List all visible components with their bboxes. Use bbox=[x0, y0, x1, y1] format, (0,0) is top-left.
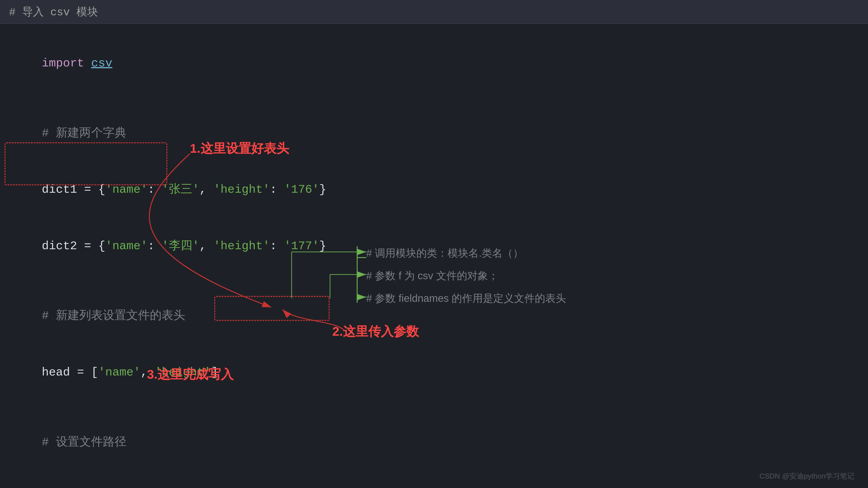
top-bar: # 导入 csv 模块 bbox=[0, 0, 868, 24]
watermark: CSDN @安迪python学习笔记 bbox=[760, 471, 855, 481]
dict2-line: dict2 = {'name': '李四', 'height': '177'} bbox=[13, 218, 855, 274]
top-bar-title: # 导入 csv 模块 bbox=[9, 6, 98, 19]
code-area: import csv # 新建两个字典 dict1 = {'name': '张三… bbox=[0, 24, 868, 488]
comment-dict-line: # 新建两个字典 bbox=[13, 105, 855, 162]
head-line: head = ['name', 'height'] bbox=[13, 344, 855, 401]
filepath-line: file_path = '工作/学生体检表.csv' bbox=[13, 470, 855, 488]
comment-path-line: # 设置文件路径 bbox=[13, 414, 855, 470]
import-line: import csv bbox=[13, 35, 855, 92]
dict1-line: dict1 = {'name': '张三', 'height': '176'} bbox=[13, 162, 855, 218]
comment-head-line: # 新建列表设置文件的表头 bbox=[13, 288, 855, 344]
